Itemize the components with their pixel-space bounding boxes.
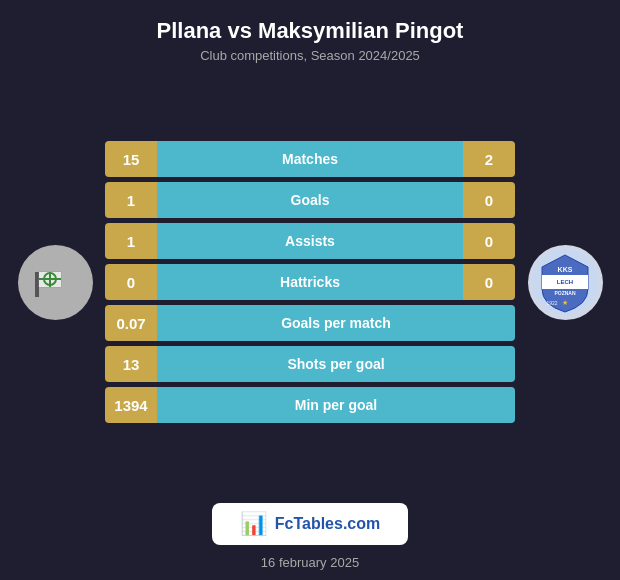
content-area: 15 Matches 2 1 Goals 0 1 Assists 0 0 Hat… — [0, 69, 620, 495]
stat-right-val-hattricks: 0 — [463, 264, 515, 300]
svg-text:POZNAN: POZNAN — [554, 290, 576, 296]
page-subtitle: Club competitions, Season 2024/2025 — [20, 48, 600, 63]
svg-text:1922: 1922 — [546, 300, 557, 306]
stat-left-val-min-per-goal: 1394 — [105, 387, 157, 423]
stat-row-goals: 1 Goals 0 — [105, 182, 515, 218]
stat-label-matches: Matches — [157, 141, 463, 177]
stat-left-val-matches: 15 — [105, 141, 157, 177]
footer-date: 16 february 2025 — [261, 555, 359, 570]
stat-row-goals-per-match: 0.07 Goals per match — [105, 305, 515, 341]
stat-left-val-goals-per-match: 0.07 — [105, 305, 157, 341]
fctables-text: FcTables.com — [275, 515, 381, 533]
stat-right-val-matches: 2 — [463, 141, 515, 177]
stat-row-matches: 15 Matches 2 — [105, 141, 515, 177]
stat-left-val-hattricks: 0 — [105, 264, 157, 300]
stat-label-shots-per-goal: Shots per goal — [157, 346, 515, 382]
stat-row-min-per-goal: 1394 Min per goal — [105, 387, 515, 423]
stat-left-val-goals: 1 — [105, 182, 157, 218]
stat-row-hattricks: 0 Hattricks 0 — [105, 264, 515, 300]
svg-rect-1 — [35, 272, 39, 297]
stat-left-val-shots-per-goal: 13 — [105, 346, 157, 382]
stat-left-val-assists: 1 — [105, 223, 157, 259]
team-logo-left — [18, 245, 93, 320]
logo-left — [10, 245, 100, 320]
page-wrapper: Pllana vs Maksymilian Pingot Club compet… — [0, 0, 620, 580]
svg-text:★: ★ — [562, 299, 568, 306]
stat-right-val-goals: 0 — [463, 182, 515, 218]
logo-right: KKS LECH POZNAN ★ 1922 — [520, 245, 610, 320]
stat-label-assists: Assists — [157, 223, 463, 259]
stat-label-goals: Goals — [157, 182, 463, 218]
svg-text:KKS: KKS — [558, 266, 573, 273]
svg-text:LECH: LECH — [557, 279, 573, 285]
stat-label-min-per-goal: Min per goal — [157, 387, 515, 423]
title-section: Pllana vs Maksymilian Pingot Club compet… — [0, 0, 620, 69]
fctables-badge: 📊 FcTables.com — [212, 503, 409, 545]
fctables-icon: 📊 — [240, 511, 267, 537]
footer-logo-area: 📊 FcTables.com — [212, 503, 409, 545]
stat-label-goals-per-match: Goals per match — [157, 305, 515, 341]
stat-row-shots-per-goal: 13 Shots per goal — [105, 346, 515, 382]
stat-label-hattricks: Hattricks — [157, 264, 463, 300]
team-logo-right: KKS LECH POZNAN ★ 1922 — [528, 245, 603, 320]
page-title: Pllana vs Maksymilian Pingot — [20, 18, 600, 44]
stat-right-val-assists: 0 — [463, 223, 515, 259]
stat-row-assists: 1 Assists 0 — [105, 223, 515, 259]
stats-center: 15 Matches 2 1 Goals 0 1 Assists 0 0 Hat… — [100, 141, 520, 423]
